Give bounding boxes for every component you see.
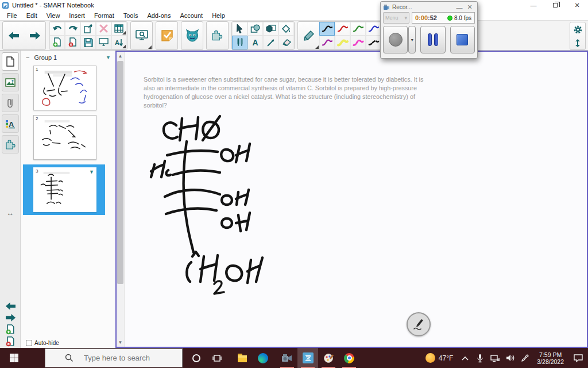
smart-lab-button[interactable] [181,22,203,49]
paste-button[interactable] [80,22,96,36]
previous-page-button[interactable] [3,22,24,49]
autohide-checkbox[interactable] [26,340,32,346]
fill-tool-button[interactable] [278,22,294,36]
menu-addons[interactable]: Add-ons [142,12,175,19]
pen-button[interactable] [298,22,319,49]
line-tool-button[interactable] [263,36,278,49]
regular-polygon-button[interactable] [263,22,278,36]
eraser-tool-button[interactable] [278,36,294,49]
scrollbar-thumb[interactable] [117,61,123,284]
screen-capture-button[interactable] [131,22,152,49]
page-thumbnail-3-selected[interactable]: 3 ▼ [23,164,105,215]
select-tool-button[interactable] [232,22,247,36]
floating-pen-cursor[interactable] [407,312,431,336]
recorder-close-icon[interactable]: ✕ [465,3,475,11]
sort-alphabetical-button[interactable]: A [111,36,127,49]
record-button[interactable] [383,26,408,53]
forward-arrow-icon[interactable] [5,313,17,323]
back-arrow-icon[interactable] [5,301,17,311]
microphone-tray-button[interactable] [473,348,488,368]
menu-help[interactable]: Help [207,12,230,19]
tab-properties[interactable]: A [2,114,19,133]
smart-recorder-task-button[interactable] [277,348,297,368]
tab-page-sorter[interactable] [2,52,19,71]
ink-workspace-tray-button[interactable] [517,348,532,368]
minimize-icon[interactable]: — [523,0,544,10]
pens-tool-button[interactable] [232,36,247,49]
collapse-group-icon[interactable]: − [26,54,29,61]
page-thumbnail-2[interactable]: 2 [33,115,96,160]
canvas-vertical-scrollbar[interactable]: ▲ ▼ [117,52,125,347]
scroll-down-icon[interactable]: ▼ [117,338,124,347]
menu-insert[interactable]: Insert [64,12,90,19]
recorder-minimize-icon[interactable]: — [454,4,465,11]
chrome-task-button[interactable] [339,348,359,368]
tray-overflow-button[interactable] [458,348,473,368]
pen-style-yellow-highlighter[interactable] [335,36,350,49]
recorder-titlebar[interactable]: Recor... — ✕ [383,3,475,12]
add-page-bottom-icon[interactable] [6,324,16,335]
save-button[interactable] [80,36,96,49]
group-header[interactable]: − Group 1 ▼ [21,51,115,64]
paint3d-task-button[interactable] [318,348,339,368]
pen-style-black-dashed[interactable] [366,36,381,49]
task-view-button[interactable] [207,348,227,368]
delete-page-button[interactable] [65,36,80,49]
tab-gallery[interactable] [2,73,19,91]
weather-widget[interactable]: 47°F [421,353,458,363]
page3-dropdown-icon[interactable]: ▼ [89,169,94,175]
smart-notebook-task-button[interactable] [297,348,318,368]
tab-addons[interactable] [2,135,19,154]
screen-shade-button[interactable] [96,36,111,49]
action-center-button[interactable] [568,348,588,368]
record-options-dropdown[interactable]: ▾ [408,26,416,53]
document-check-button[interactable] [156,22,177,49]
delete-page-bottom-icon[interactable] [6,336,16,347]
delete-button[interactable] [96,22,111,36]
tab-attachments[interactable] [2,94,19,112]
gear-icon[interactable] [573,25,583,34]
menu-view[interactable]: View [42,12,65,19]
cortana-button[interactable] [186,348,207,368]
undo-button[interactable] [49,22,65,36]
main-area: A ↔ − Group 1 ▼ 1 [0,51,588,348]
menu-account[interactable]: Account [175,12,207,19]
file-explorer-button[interactable] [232,348,253,368]
recorder-menu-dropdown[interactable]: Menu ▾ [383,12,409,24]
add-page-button[interactable] [49,36,65,49]
menu-edit[interactable]: Edit [22,12,42,19]
pen-style-magenta[interactable] [319,36,335,49]
activity-builder-button[interactable] [207,22,228,49]
pen-style-blue[interactable] [366,22,381,36]
pen-style-red[interactable] [335,22,350,36]
move-toolbar-icon[interactable] [574,39,581,48]
stop-button[interactable] [450,26,475,53]
pen-style-black[interactable] [319,22,335,36]
menu-format[interactable]: Format [90,12,119,19]
table-button[interactable] [111,22,127,36]
restore-icon[interactable] [544,0,566,10]
scroll-up-icon[interactable]: ▲ [117,52,124,60]
whiteboard-canvas[interactable]: ▲ ▼ Sorbitol is a sweetener often substi… [115,51,588,348]
volume-tray-button[interactable] [502,348,517,368]
menu-file[interactable]: File [2,12,22,19]
edge-button[interactable] [253,348,273,368]
swap-sides-icon[interactable]: ↔ [5,209,16,217]
close-icon[interactable]: ✕ [566,0,588,10]
next-page-button[interactable] [24,22,45,49]
shapes-tool-button[interactable] [247,22,263,36]
network-tray-button[interactable] [488,348,502,368]
group-dropdown-icon[interactable]: ▼ [106,55,111,60]
pages-icon [6,56,15,67]
menu-tools[interactable]: Tools [119,12,143,19]
pen-style-green[interactable] [350,22,366,36]
redo-button[interactable] [65,22,80,36]
taskbar-clock[interactable]: 7:59 PM 3/28/2022 [532,351,568,365]
start-button[interactable] [0,348,28,368]
taskbar-search[interactable] [45,348,183,367]
pause-button[interactable] [420,26,445,53]
text-tool-button[interactable]: A [247,36,263,49]
search-input[interactable] [84,354,176,362]
page-thumbnail-1[interactable]: 1 [33,66,96,110]
pen-style-pink-dashed[interactable] [350,36,366,49]
